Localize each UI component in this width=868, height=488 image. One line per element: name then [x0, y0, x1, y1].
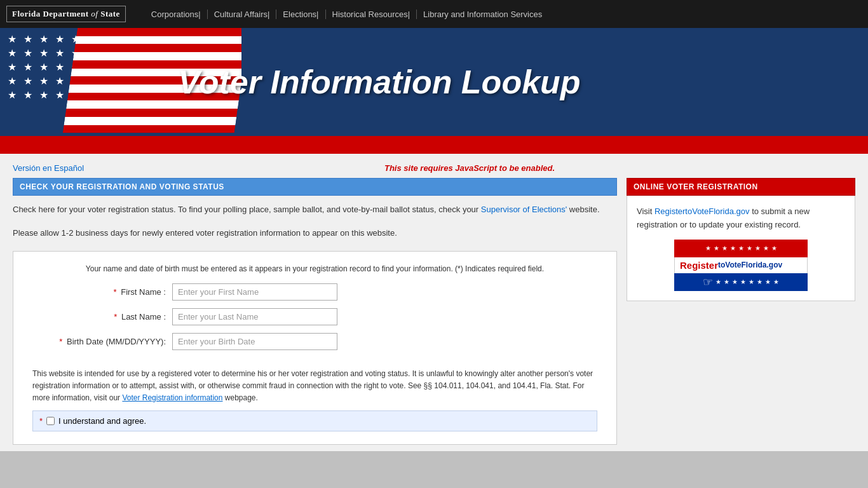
left-column: CHECK YOUR REGISTRATION AND VOTING STATU… [13, 178, 617, 445]
required-star-birth: * [59, 337, 62, 346]
info-text-1-part2: website. [567, 205, 599, 214]
registration-section-header: CHECK YOUR REGISTRATION AND VOTING STATU… [13, 178, 617, 196]
main-content: Versión en Español This site requires Ja… [0, 154, 868, 451]
banner-to-vote: toVoteFlorida.gov [718, 261, 782, 269]
js-warning: This site requires JavaScript to be enab… [384, 163, 555, 173]
register-banner[interactable]: ★ ★ ★ ★ ★ ★ ★ ★ ★ Register toVoteFlorida… [674, 240, 808, 291]
page-title: Voter Information Lookup [178, 63, 581, 101]
banner-bottom-star-1: ★ [715, 278, 721, 285]
birth-date-label-text: Birth Date (MM/DD/YYYY): [67, 337, 166, 346]
voter-registration-link[interactable]: Voter Registration information [122, 393, 222, 402]
banner-star-4: ★ [730, 245, 736, 252]
first-name-label-text: First Name : [121, 287, 166, 297]
info-text-2: Please allow 1-2 business days for newly… [13, 222, 617, 248]
banner-bottom-star-6: ★ [757, 278, 763, 285]
banner-star-2: ★ [714, 245, 719, 252]
right-content: Visit RegistertoVoteFlorida.gov to submi… [627, 196, 855, 301]
right-column: ONLINE VOTER REGISTRATION Visit Register… [627, 178, 855, 301]
banner-star-7: ★ [755, 245, 761, 252]
banner-bottom-star-3: ★ [732, 278, 738, 285]
two-column-layout: CHECK YOUR REGISTRATION AND VOTING STATU… [13, 178, 855, 445]
banner-bottom: ☞ ★ ★ ★ ★ ★ ★ ★ ★ [674, 273, 808, 291]
last-name-label-text: Last Name : [121, 312, 166, 322]
banner-bottom-star-8: ★ [773, 278, 779, 285]
nav-elections[interactable]: Elections| [276, 10, 325, 19]
banner-register-word: Register [680, 260, 718, 271]
register-link[interactable]: RegistertoVoteFlorida.gov [654, 207, 750, 216]
site-logo: Florida Department of State [6, 6, 126, 22]
agree-row: * I understand and agree. [32, 410, 597, 431]
banner-star-9: ★ [771, 245, 777, 252]
supervisor-link[interactable]: Supervisor of Elections' [481, 205, 567, 214]
agree-checkbox[interactable] [46, 417, 55, 425]
legal-text-content: This website is intended for use by a re… [32, 369, 593, 402]
first-name-label: * First Name : [32, 287, 172, 297]
nav-links: Corporations| Cultural Affairs| Election… [145, 10, 548, 19]
page-header: ★★★★★ ★★★★★ ★★★★★ ★★★★★ ★★★★★ ★★★★★ Vote… [0, 28, 868, 136]
agree-label: I understand and agree. [58, 416, 146, 426]
top-navigation: Florida Department of State Corporations… [0, 0, 868, 28]
cursor-icon: ☞ [703, 275, 713, 289]
spanish-link[interactable]: Versión en Español [13, 163, 84, 173]
form-fields: * First Name : * Last Name : [32, 283, 597, 350]
birth-date-label: * Birth Date (MM/DD/YYYY): [32, 337, 172, 346]
required-star-agree: * [39, 416, 43, 426]
last-name-input[interactable] [172, 308, 337, 325]
first-name-row: * First Name : [32, 283, 597, 301]
nav-historical-resources[interactable]: Historical Resources| [326, 10, 417, 19]
banner-star-6: ★ [747, 245, 752, 252]
banner-bottom-star-5: ★ [749, 278, 754, 285]
red-stripe-divider [0, 136, 868, 154]
birth-date-row: * Birth Date (MM/DD/YYYY): [32, 333, 597, 350]
banner-star-5: ★ [738, 245, 744, 252]
form-instruction: Your name and date of birth must be ente… [32, 264, 597, 273]
banner-star-3: ★ [722, 245, 728, 252]
nav-cultural-affairs[interactable]: Cultural Affairs| [208, 10, 277, 19]
online-registration-header: ONLINE VOTER REGISTRATION [627, 178, 855, 196]
last-name-row: * Last Name : [32, 308, 597, 325]
banner-middle: Register toVoteFlorida.gov [674, 257, 808, 273]
info-text-1: Check here for your voter registration s… [13, 196, 617, 222]
required-star-first: * [114, 287, 117, 297]
first-name-input[interactable] [172, 283, 337, 301]
register-description: Visit RegistertoVoteFlorida.gov to submi… [637, 205, 845, 232]
register-text-1: Visit [637, 207, 654, 216]
banner-top: ★ ★ ★ ★ ★ ★ ★ ★ ★ [674, 240, 808, 257]
banner-bottom-star-7: ★ [765, 278, 771, 285]
legal-text: This website is intended for use by a re… [32, 360, 597, 405]
required-star-last: * [114, 312, 117, 322]
lookup-form-box: Your name and date of birth must be ente… [13, 251, 617, 445]
top-info-row: Versión en Español This site requires Ja… [13, 160, 855, 178]
banner-bottom-star-2: ★ [724, 278, 729, 285]
banner-bottom-star-4: ★ [740, 278, 746, 285]
nav-library[interactable]: Library and Information Services [417, 10, 548, 19]
banner-star-1: ★ [705, 245, 711, 252]
legal-text-end: webpage. [222, 393, 257, 402]
last-name-label: * Last Name : [32, 312, 172, 322]
birth-date-input[interactable] [172, 333, 337, 350]
banner-star-8: ★ [763, 245, 769, 252]
info-text-1-part1: Check here for your voter registration s… [13, 205, 481, 214]
nav-corporations[interactable]: Corporations| [145, 10, 208, 19]
